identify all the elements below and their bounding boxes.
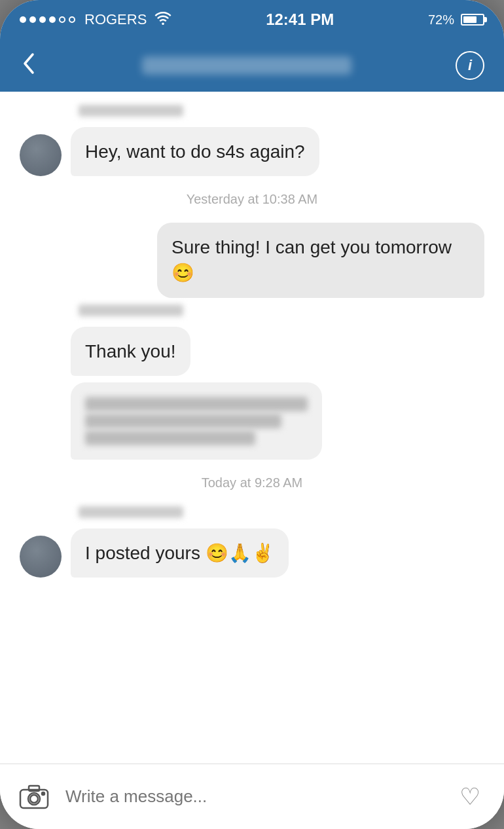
battery-fill bbox=[463, 16, 477, 23]
blurred-bubble bbox=[71, 382, 322, 460]
dot2 bbox=[29, 16, 36, 23]
timestamp-1: Yesterday at 10:38 AM bbox=[20, 192, 484, 207]
dot6 bbox=[69, 16, 75, 23]
signal-dots bbox=[20, 16, 75, 23]
status-bar: ROGERS 12:41 PM 72% bbox=[0, 0, 504, 39]
carrier-name: ROGERS bbox=[84, 11, 147, 28]
message-row-1: Hey, want to do s4s again? bbox=[20, 127, 484, 176]
message-input[interactable] bbox=[65, 786, 439, 807]
camera-button[interactable] bbox=[16, 779, 52, 815]
bubble-5: I posted yours 😊🙏✌️ bbox=[71, 528, 289, 578]
nav-title-area bbox=[38, 56, 456, 75]
sender-name-5 bbox=[20, 506, 484, 522]
avatar-2 bbox=[20, 536, 62, 578]
message-row-5: I posted yours 😊🙏✌️ bbox=[20, 528, 484, 578]
heart-icon: ♡ bbox=[459, 783, 480, 811]
info-button[interactable]: i bbox=[456, 51, 484, 80]
sender-name-1 bbox=[20, 105, 484, 120]
message-row-3: Thank you! bbox=[20, 327, 484, 376]
camera-icon bbox=[19, 784, 49, 809]
bubble-1: Hey, want to do s4s again? bbox=[71, 127, 319, 176]
sender-name-3 bbox=[20, 304, 484, 320]
message-row-2: Sure thing! I can get you tomorrow 😊 bbox=[20, 223, 484, 297]
dot1 bbox=[20, 16, 26, 23]
bubble-2: Sure thing! I can get you tomorrow 😊 bbox=[157, 223, 484, 297]
status-left: ROGERS bbox=[20, 11, 171, 28]
input-bar: ♡ bbox=[0, 764, 504, 829]
svg-point-2 bbox=[30, 795, 38, 803]
battery-percent: 72% bbox=[428, 12, 454, 28]
battery-icon bbox=[461, 14, 484, 26]
nav-title-blurred bbox=[142, 56, 351, 75]
svg-point-4 bbox=[42, 792, 45, 795]
wifi-icon bbox=[154, 12, 171, 28]
message-row-4 bbox=[20, 382, 484, 460]
heart-button[interactable]: ♡ bbox=[452, 779, 488, 815]
avatar-1 bbox=[20, 134, 62, 176]
timestamp-2: Today at 9:28 AM bbox=[20, 475, 484, 490]
status-time: 12:41 PM bbox=[266, 10, 334, 29]
phone-frame: ROGERS 12:41 PM 72% bbox=[0, 0, 504, 829]
bubble-3: Thank you! bbox=[71, 327, 190, 376]
back-button[interactable] bbox=[20, 49, 38, 82]
messages-area: Hey, want to do s4s again? Yesterday at … bbox=[0, 92, 504, 764]
dot5 bbox=[59, 16, 65, 23]
dot3 bbox=[39, 16, 46, 23]
dot4 bbox=[49, 16, 56, 23]
svg-rect-3 bbox=[29, 786, 39, 791]
status-right: 72% bbox=[428, 12, 484, 28]
nav-bar: i bbox=[0, 39, 504, 92]
